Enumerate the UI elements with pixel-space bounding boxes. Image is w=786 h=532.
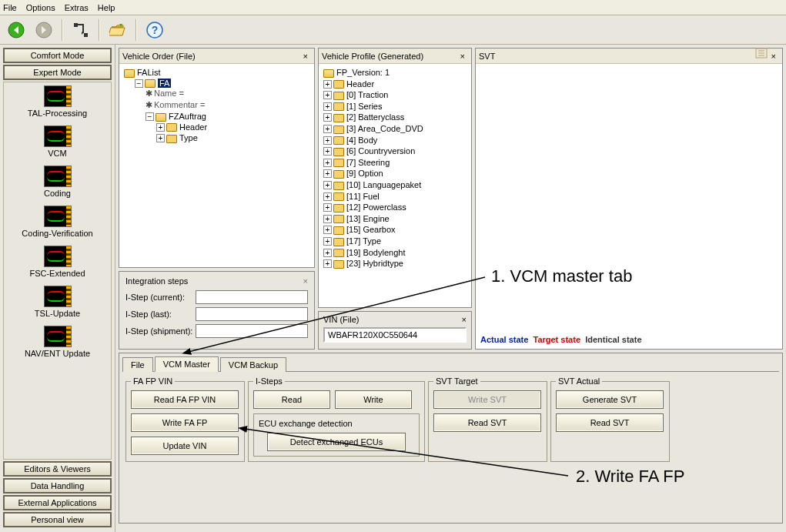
tree-node[interactable]: Type [179,133,198,142]
istep-last-input[interactable] [196,307,308,321]
generate-svt-button[interactable]: Generate SVT [556,390,664,409]
expand-icon[interactable]: + [323,203,332,212]
expand-icon[interactable]: + [323,113,332,122]
nav-coding[interactable]: Coding [5,166,109,198]
tree-node[interactable]: Header [179,122,207,132]
close-icon[interactable]: × [457,52,468,61]
expand-icon[interactable]: + [323,102,332,111]
read-svt-actual-button[interactable]: Read SVT [556,413,664,432]
tree-leaf[interactable]: Kommentar = [154,100,205,109]
expand-icon[interactable]: + [323,226,332,234]
expand-icon[interactable]: + [156,123,165,132]
expand-icon[interactable]: + [323,91,332,99]
tree-node[interactable]: [23] Hybridtype [346,259,403,268]
tree-node-selected[interactable]: FA [158,79,171,88]
expand-icon[interactable]: + [323,136,332,145]
tree-node[interactable]: [10] Languagepaket [346,180,421,189]
tree-node[interactable]: [12] Powerclass [346,202,406,212]
update-vin-button[interactable]: Update VIN [131,437,239,455]
expert-mode-button[interactable]: Expert Mode [3,65,112,80]
personal-view-button[interactable]: Personal view [3,512,112,527]
tree-node[interactable]: [3] Area_Code_DVD [346,124,423,133]
tree-node[interactable]: FAList [137,68,161,77]
back-button[interactable] [5,18,28,42]
expand-icon[interactable]: + [323,259,332,268]
menu-file[interactable]: File [3,3,17,12]
vin-input[interactable] [323,327,467,343]
nav-nav-ent-update[interactable]: NAV/ENT Update [5,326,109,358]
write-fa-fp-button[interactable]: Write FA FP [131,413,239,432]
folder-open-icon [109,22,126,38]
isteps-read-button[interactable]: Read [253,390,330,409]
tree-leaf[interactable]: Name = [154,89,184,98]
tree-node[interactable]: Header [346,79,374,89]
expand-icon[interactable]: + [323,249,332,257]
tree-node[interactable]: [4] Body [346,136,377,145]
settings-icon[interactable] [755,48,768,59]
connect-button[interactable] [69,18,92,42]
expand-icon[interactable]: + [323,181,332,189]
tree-node[interactable]: [1] Series [346,102,382,111]
tab-vcm-master[interactable]: VCM Master [155,356,219,372]
menu-extras[interactable]: Extras [65,3,89,12]
istep-shipment-input[interactable] [196,324,308,338]
tree-node[interactable]: [7] Steering [346,158,390,167]
detect-exchanged-ecus-button[interactable]: Detect exchanged ECUs [267,433,406,451]
nav-tsl-update[interactable]: TSL-Update [5,286,109,318]
write-svt-target-button[interactable]: Write SVT [433,390,541,409]
expand-icon[interactable]: + [156,134,165,142]
expand-icon[interactable]: + [323,169,332,178]
forward-button[interactable] [32,18,55,42]
open-folder-button[interactable] [106,18,129,42]
vehicle-order-tree[interactable]: FAList −FA ✱Name = ✱Kommentar = −FZAuftr… [119,64,314,267]
editors-viewers-button[interactable]: Editors & Viewers [3,461,112,477]
folder-icon [145,79,156,88]
menu-options[interactable]: Options [26,3,55,12]
expand-icon[interactable]: + [323,192,332,201]
close-icon[interactable]: × [303,276,308,286]
read-svt-target-button[interactable]: Read SVT [433,413,541,432]
tree-node[interactable]: [19] Bodylenght [346,248,405,257]
group-legend: SVT Actual [556,376,602,386]
tree-node[interactable]: [11] Fuel [346,192,380,201]
expand-icon[interactable]: + [323,125,332,133]
tree-node[interactable]: [9] Option [346,169,383,178]
nav-tal-processing[interactable]: TAL-Processing [5,85,109,118]
nav-fsc-extended[interactable]: FSC-Extended [5,246,109,278]
expand-icon[interactable]: + [323,237,332,246]
istep-current-label: I-Step (current): [125,293,196,302]
isteps-write-button[interactable]: Write [335,390,412,409]
tree-node[interactable]: FP_Version: 1 [336,68,390,77]
collapse-icon[interactable]: − [145,112,154,121]
folder-icon [333,80,344,89]
nav-coding-verification[interactable]: Coding-Verification [5,206,109,238]
expand-icon[interactable]: + [323,215,332,223]
close-icon[interactable]: × [462,315,467,324]
data-handling-button[interactable]: Data Handling [3,478,112,494]
help-button[interactable]: ? [143,18,166,42]
close-icon[interactable]: × [768,52,779,61]
tree-node[interactable]: [6] Countryversion [346,146,415,156]
sidebar-nav[interactable]: TAL-Processing VCM Coding Coding-Verific… [3,82,112,460]
collapse-icon[interactable]: − [135,79,143,88]
tree-node[interactable]: [13] Engine [346,214,390,223]
read-fa-fp-vin-button[interactable]: Read FA FP VIN [131,390,239,409]
expand-icon[interactable]: + [323,159,332,167]
expand-icon[interactable]: + [323,147,332,156]
tree-node[interactable]: FZAuftrag [169,112,206,121]
close-icon[interactable]: × [300,52,311,61]
tree-node[interactable]: [0] Traction [346,90,388,99]
expand-icon[interactable]: + [323,80,332,89]
vehicle-profile-tree[interactable]: FP_Version: 1+Header+[0] Traction+[1] Se… [319,64,471,307]
menu-help[interactable]: Help [98,3,115,12]
tree-node[interactable]: [17] Type [346,236,381,246]
tree-node[interactable]: [15] Gearbox [346,225,396,234]
istep-current-input[interactable] [196,290,308,304]
tab-file[interactable]: File [122,357,153,372]
nav-vcm[interactable]: VCM [5,125,109,158]
folder-icon [333,226,344,235]
tree-node[interactable]: [2] Batteryclass [346,112,404,122]
comfort-mode-button[interactable]: Comfort Mode [3,48,112,63]
external-applications-button[interactable]: External Applications [3,495,112,510]
tab-vcm-backup[interactable]: VCM Backup [220,357,286,372]
